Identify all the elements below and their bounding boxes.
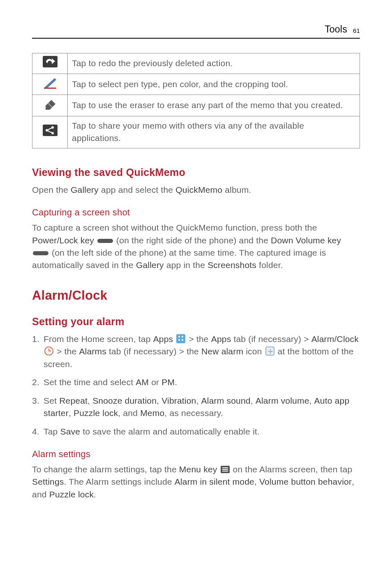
heading-alarm-clock: Alarm/Clock <box>32 287 360 305</box>
heading-setting-your-alarm: Setting your alarm <box>32 314 360 329</box>
row-desc: Tap to redo the previously deleted actio… <box>68 53 360 74</box>
row-desc: Tap to share your memo with others via a… <box>68 116 360 148</box>
volume-key-icon <box>33 251 48 255</box>
heading-alarm-settings: Alarm settings <box>32 448 360 461</box>
heading-viewing-quickmemo: Viewing the saved QuickMemo <box>32 165 360 180</box>
apps-icon <box>176 334 185 343</box>
row-desc: Tap to select pen type, pen color, and t… <box>68 74 360 95</box>
page-header: Tools 61 <box>32 23 360 39</box>
body-text: To capture a screen shot without the Qui… <box>32 222 360 272</box>
body-text: To change the alarm settings, tap the Me… <box>32 463 360 501</box>
redo-icon <box>43 56 58 67</box>
power-key-icon <box>97 239 113 243</box>
heading-capturing-screen-shot: Capturing a screen shot <box>32 206 360 219</box>
menu-icon <box>221 466 230 473</box>
list-item: Set the time and select AM or PM. <box>32 376 360 388</box>
share-icon <box>43 125 58 136</box>
clock-icon <box>44 347 53 356</box>
icon-action-table: Tap to redo the previously deleted actio… <box>32 53 360 148</box>
table-row: Tap to redo the previously deleted actio… <box>32 53 360 74</box>
list-item: From the Home screen, tap Apps > the App… <box>32 333 360 370</box>
table-row: Tap to select pen type, pen color, and t… <box>32 74 360 95</box>
plus-icon <box>265 347 274 356</box>
steps-list: From the Home screen, tap Apps > the App… <box>32 333 360 438</box>
row-desc: Tap to use the eraser to erase any part … <box>68 95 360 116</box>
list-item: Tap Save to save the alarm and automatic… <box>32 425 360 438</box>
table-row: Tap to use the eraser to erase any part … <box>32 95 360 116</box>
section-title: Tools <box>325 23 347 36</box>
eraser-icon <box>43 97 57 110</box>
page-number: 61 <box>353 27 360 34</box>
body-text: Open the Gallery app and select the Quic… <box>32 184 360 196</box>
pen-icon <box>43 76 57 89</box>
svg-rect-0 <box>44 88 56 89</box>
list-item: Set Repeat, Snooze duration, Vibration, … <box>32 395 360 420</box>
table-row: Tap to share your memo with others via a… <box>32 116 360 148</box>
